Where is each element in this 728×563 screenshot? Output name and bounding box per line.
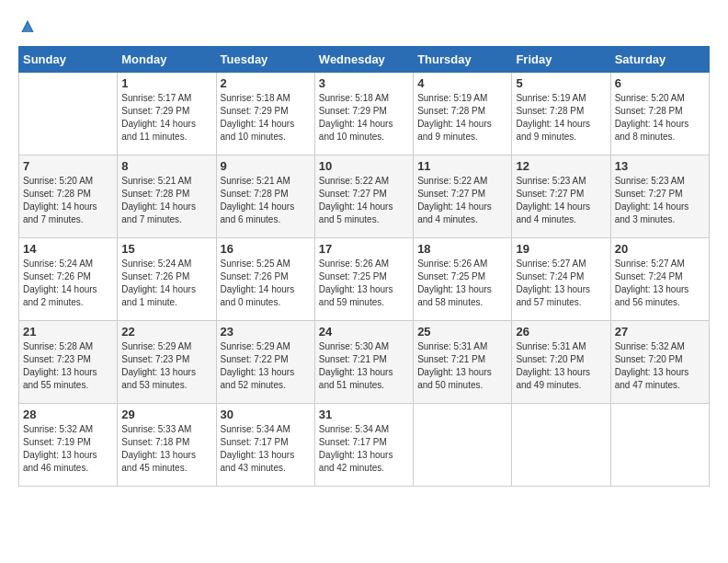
day-cell (512, 404, 610, 487)
sunset-time: Sunset: 7:28 PM (417, 106, 485, 116)
day-info: Sunrise: 5:17 AM Sunset: 7:29 PM Dayligh… (121, 92, 211, 144)
day-number: 10 (319, 159, 409, 173)
day-info: Sunrise: 5:23 AM Sunset: 7:27 PM Dayligh… (615, 175, 705, 226)
sunrise-time: Sunrise: 5:17 AM (121, 93, 191, 103)
day-number: 19 (516, 242, 606, 256)
daylight-hours: Daylight: 14 hours and 0 minutes. (221, 284, 295, 307)
daylight-hours: Daylight: 14 hours and 10 minutes. (221, 119, 295, 142)
sunrise-time: Sunrise: 5:24 AM (121, 259, 191, 269)
day-info: Sunrise: 5:22 AM Sunset: 7:27 PM Dayligh… (417, 175, 507, 226)
sunset-time: Sunset: 7:29 PM (121, 106, 189, 116)
day-cell (414, 404, 512, 487)
day-number: 7 (23, 159, 113, 173)
daylight-hours: Daylight: 13 hours and 47 minutes. (615, 367, 689, 390)
sunset-time: Sunset: 7:27 PM (417, 189, 485, 199)
day-info: Sunrise: 5:29 AM Sunset: 7:22 PM Dayligh… (221, 340, 311, 392)
day-info: Sunrise: 5:20 AM Sunset: 7:28 PM Dayligh… (615, 92, 705, 144)
day-number: 23 (221, 325, 311, 339)
day-info: Sunrise: 5:25 AM Sunset: 7:26 PM Dayligh… (221, 258, 311, 309)
sunset-time: Sunset: 7:26 PM (23, 271, 91, 282)
daylight-hours: Daylight: 13 hours and 42 minutes. (319, 450, 393, 473)
sunset-time: Sunset: 7:21 PM (417, 354, 485, 364)
day-cell: 26 Sunrise: 5:31 AM Sunset: 7:20 PM Dayl… (512, 321, 610, 404)
day-number: 29 (121, 408, 211, 421)
sunset-time: Sunset: 7:27 PM (319, 189, 387, 199)
sunset-time: Sunset: 7:20 PM (516, 354, 584, 364)
day-cell: 28 Sunrise: 5:32 AM Sunset: 7:19 PM Dayl… (19, 404, 118, 487)
daylight-hours: Daylight: 13 hours and 53 minutes. (121, 367, 196, 390)
day-info: Sunrise: 5:31 AM Sunset: 7:21 PM Dayligh… (417, 340, 507, 392)
day-number: 21 (23, 325, 113, 339)
day-cell: 8 Sunrise: 5:21 AM Sunset: 7:28 PM Dayli… (118, 155, 216, 238)
sunset-time: Sunset: 7:25 PM (319, 271, 387, 282)
sunset-time: Sunset: 7:23 PM (23, 354, 91, 364)
sunset-time: Sunset: 7:22 PM (221, 354, 289, 364)
day-info: Sunrise: 5:33 AM Sunset: 7:18 PM Dayligh… (121, 423, 211, 475)
day-cell: 10 Sunrise: 5:22 AM Sunset: 7:27 PM Dayl… (314, 155, 413, 238)
weekday-header-wednesday: Wednesday (314, 47, 413, 73)
sunrise-time: Sunrise: 5:32 AM (615, 341, 685, 351)
weekday-header-thursday: Thursday (414, 47, 512, 73)
day-info: Sunrise: 5:26 AM Sunset: 7:25 PM Dayligh… (417, 258, 507, 309)
day-number: 11 (417, 159, 507, 173)
day-cell: 15 Sunrise: 5:24 AM Sunset: 7:26 PM Dayl… (118, 238, 216, 321)
sunset-time: Sunset: 7:20 PM (615, 354, 683, 364)
day-info: Sunrise: 5:19 AM Sunset: 7:28 PM Dayligh… (417, 92, 507, 144)
day-cell (19, 73, 118, 155)
day-cell: 22 Sunrise: 5:29 AM Sunset: 7:23 PM Dayl… (118, 321, 216, 404)
day-cell: 2 Sunrise: 5:18 AM Sunset: 7:29 PM Dayli… (216, 73, 314, 155)
sunset-time: Sunset: 7:28 PM (615, 106, 683, 116)
day-number: 13 (615, 159, 705, 173)
daylight-hours: Daylight: 14 hours and 7 minutes. (121, 201, 196, 224)
daylight-hours: Daylight: 13 hours and 52 minutes. (221, 367, 295, 390)
daylight-hours: Daylight: 13 hours and 58 minutes. (417, 284, 492, 307)
sunrise-time: Sunrise: 5:30 AM (319, 341, 389, 351)
day-cell (610, 404, 709, 487)
sunset-time: Sunset: 7:28 PM (516, 106, 584, 116)
daylight-hours: Daylight: 13 hours and 57 minutes. (516, 284, 590, 307)
daylight-hours: Daylight: 14 hours and 11 minutes. (121, 119, 196, 142)
week-row-5: 28 Sunrise: 5:32 AM Sunset: 7:19 PM Dayl… (19, 404, 710, 487)
sunset-time: Sunset: 7:24 PM (516, 271, 584, 282)
sunset-time: Sunset: 7:21 PM (319, 354, 387, 364)
sunset-time: Sunset: 7:28 PM (23, 189, 91, 199)
day-info: Sunrise: 5:27 AM Sunset: 7:24 PM Dayligh… (615, 258, 705, 309)
calendar-table: SundayMondayTuesdayWednesdayThursdayFrid… (18, 46, 710, 487)
sunset-time: Sunset: 7:26 PM (121, 271, 189, 282)
day-info: Sunrise: 5:19 AM Sunset: 7:28 PM Dayligh… (516, 92, 606, 144)
day-number: 6 (615, 76, 705, 90)
day-number: 18 (417, 242, 507, 256)
sunrise-time: Sunrise: 5:18 AM (221, 93, 290, 103)
day-cell: 30 Sunrise: 5:34 AM Sunset: 7:17 PM Dayl… (216, 404, 314, 487)
day-cell: 21 Sunrise: 5:28 AM Sunset: 7:23 PM Dayl… (19, 321, 118, 404)
sunrise-time: Sunrise: 5:26 AM (417, 259, 487, 269)
day-cell: 4 Sunrise: 5:19 AM Sunset: 7:28 PM Dayli… (414, 73, 512, 155)
page-header (18, 18, 710, 37)
day-info: Sunrise: 5:29 AM Sunset: 7:23 PM Dayligh… (121, 340, 211, 392)
sunrise-time: Sunrise: 5:21 AM (221, 176, 290, 186)
daylight-hours: Daylight: 14 hours and 5 minutes. (319, 201, 393, 224)
daylight-hours: Daylight: 14 hours and 7 minutes. (23, 201, 97, 224)
sunrise-time: Sunrise: 5:18 AM (319, 93, 389, 103)
day-info: Sunrise: 5:22 AM Sunset: 7:27 PM Dayligh… (319, 175, 409, 226)
day-cell: 11 Sunrise: 5:22 AM Sunset: 7:27 PM Dayl… (414, 155, 512, 238)
sunrise-time: Sunrise: 5:26 AM (319, 259, 389, 269)
day-cell: 1 Sunrise: 5:17 AM Sunset: 7:29 PM Dayli… (118, 73, 216, 155)
daylight-hours: Daylight: 13 hours and 55 minutes. (23, 367, 97, 390)
sunrise-time: Sunrise: 5:29 AM (221, 341, 290, 351)
sunset-time: Sunset: 7:26 PM (221, 271, 289, 282)
daylight-hours: Daylight: 14 hours and 4 minutes. (417, 201, 492, 224)
day-cell: 29 Sunrise: 5:33 AM Sunset: 7:18 PM Dayl… (118, 404, 216, 487)
day-number: 25 (417, 325, 507, 339)
day-number: 20 (615, 242, 705, 256)
day-cell: 13 Sunrise: 5:23 AM Sunset: 7:27 PM Dayl… (610, 155, 709, 238)
day-info: Sunrise: 5:18 AM Sunset: 7:29 PM Dayligh… (221, 92, 311, 144)
day-info: Sunrise: 5:20 AM Sunset: 7:28 PM Dayligh… (23, 175, 113, 226)
weekday-header-friday: Friday (512, 47, 610, 73)
day-cell: 3 Sunrise: 5:18 AM Sunset: 7:29 PM Dayli… (314, 73, 413, 155)
day-number: 31 (319, 408, 409, 421)
weekday-header-monday: Monday (118, 47, 216, 73)
sunset-time: Sunset: 7:24 PM (615, 271, 683, 282)
week-row-1: 1 Sunrise: 5:17 AM Sunset: 7:29 PM Dayli… (19, 73, 710, 155)
daylight-hours: Daylight: 14 hours and 1 minute. (121, 284, 196, 307)
